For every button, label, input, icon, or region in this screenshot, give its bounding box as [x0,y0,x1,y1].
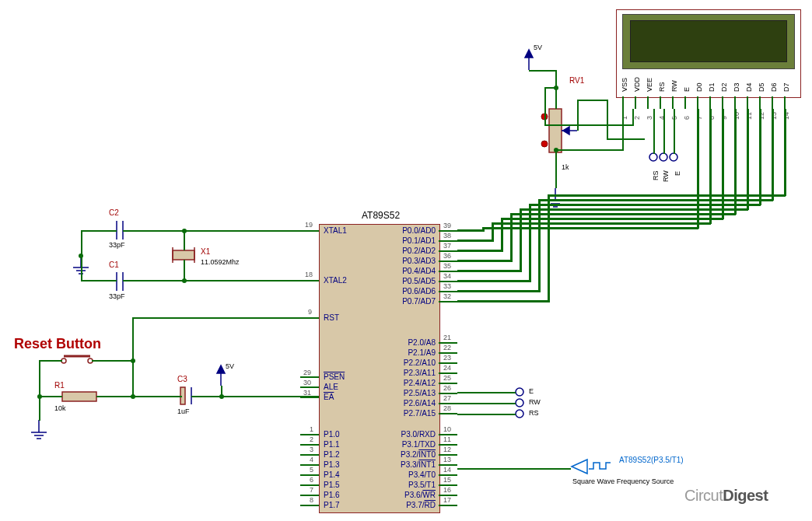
tag-e-v: E [674,171,681,176]
svg-marker-40 [572,460,587,474]
pin-num: 35 [443,262,451,270]
pin-num: 12 [443,446,451,453]
pin-name: P3.7/RD [389,501,436,509]
pin-num: 16 [443,486,451,494]
lcd-screen [630,20,787,62]
pin-name: EA [324,393,334,401]
reset-button-label: Reset Button [14,336,101,352]
pin-num: 3 [310,446,313,453]
v5b: 5V [534,44,542,51]
tag-rs-v: RS [652,170,660,180]
v5a: 5V [226,362,234,370]
lcd-pin-name: D5 [758,82,765,92]
lcd-pin-name: D1 [708,82,716,92]
pin-num: 39 [443,222,451,229]
x1-val: 11.0592Mhz [201,258,240,266]
lcd-pin-name: D3 [733,82,740,92]
brand-watermark: CircutDigest [684,487,768,505]
pin-num: 24 [443,364,451,372]
pin-name: P0.2/AD2 [389,247,436,255]
pin-num: 25 [443,374,451,382]
pin-name: P3.4/T0 [389,470,436,479]
pin-name: XTAL1 [324,226,347,235]
pin-name: P3.2/INT0 [389,450,436,459]
r1-ref: R1 [54,381,65,390]
pin-name: P2.4/A12 [389,379,436,387]
pin-name: P1.1 [324,440,340,449]
pin-num: 5 [310,466,313,474]
rv1-val: 1k [562,163,569,171]
pin-name: P1.0 [324,430,340,439]
pin-num: 37 [443,242,451,250]
pin-num: 29 [303,369,311,376]
sig-source: Square Wave Frequency Source [572,477,674,485]
pin-name: P3.0/RXD [389,430,436,439]
c3-ref: C3 [177,375,187,383]
lcd-pin-name: D4 [745,82,753,92]
lcd-pin-num: 3 [646,116,653,120]
pin-num: 11 [443,435,451,443]
pin-name: PSEN [324,372,345,381]
pin-name: P1.4 [324,470,340,479]
svg-marker-27 [563,127,569,135]
pin-name: P2.6/A14 [389,399,436,407]
r1-val: 10k [54,404,66,412]
svg-marker-14 [217,365,225,373]
pin-name: P2.7/A15 [389,409,436,418]
pin-name: P1.2 [324,450,340,459]
pin-name: P1.6 [324,491,340,499]
pin-name: P2.5/A13 [389,389,436,397]
chip-title: AT89S52 [362,210,400,221]
pin-name: P2.2/A10 [389,358,436,367]
svg-point-37 [516,388,523,396]
svg-marker-16 [525,50,533,58]
pin-num: 9 [308,308,312,316]
pin-name: P2.1/A9 [389,348,436,357]
pin-name: P2.3/A11 [389,369,436,377]
c3-val: 1uF [177,407,190,415]
pin-num: 19 [305,221,313,229]
pin-name: RST [324,313,339,322]
lcd-pin-name: VSS [621,78,628,92]
pin-num: 4 [310,456,313,463]
svg-rect-25 [549,109,562,152]
pin-num: 13 [443,456,451,463]
svg-point-36 [670,153,677,161]
lcd-pin-name: D0 [695,82,703,92]
pin-name: P3.5/T1 [389,481,436,489]
rv1-ref: RV1 [569,76,584,85]
pin-num: 28 [443,404,451,412]
pin-name: P0.3/AD3 [389,257,436,265]
pin-num: 17 [443,496,451,504]
pin-name: P2.0/A8 [389,338,436,347]
pin-num: 32 [443,292,451,300]
lcd-pin-name: E [683,87,691,92]
pin-num: 23 [443,354,451,362]
pin-name: P0.1/AD1 [389,236,436,245]
pin-name: P3.1/TXD [389,440,436,449]
lcd-pin-name: VEE [646,78,653,92]
pin-num: 26 [443,384,451,392]
pin-num: 27 [443,394,451,402]
pin-name: P0.4/AD4 [389,267,436,275]
lcd-pin-name: D2 [720,82,728,92]
pin-num: 10 [443,425,451,433]
tag-rw-v: RW [662,170,670,182]
svg-rect-0 [173,250,194,260]
c2-val: 33pF [109,241,125,249]
pin-num: 36 [443,252,451,260]
pin-num: 1 [310,425,313,433]
pin-num: 7 [310,486,313,494]
pin-num: 14 [443,466,451,474]
lcd-pin-name: D7 [782,82,790,92]
svg-rect-33 [62,392,96,401]
pin-num: 22 [443,344,451,351]
c1-val: 33pF [109,292,125,300]
pin-name: P0.6/AD6 [389,287,436,295]
svg-point-29 [541,141,548,147]
pin-num: 34 [443,272,451,280]
svg-point-38 [516,399,523,407]
pin-name: P0.5/AD5 [389,277,436,285]
x1-ref: X1 [201,247,210,256]
pin-num: 18 [305,271,313,278]
